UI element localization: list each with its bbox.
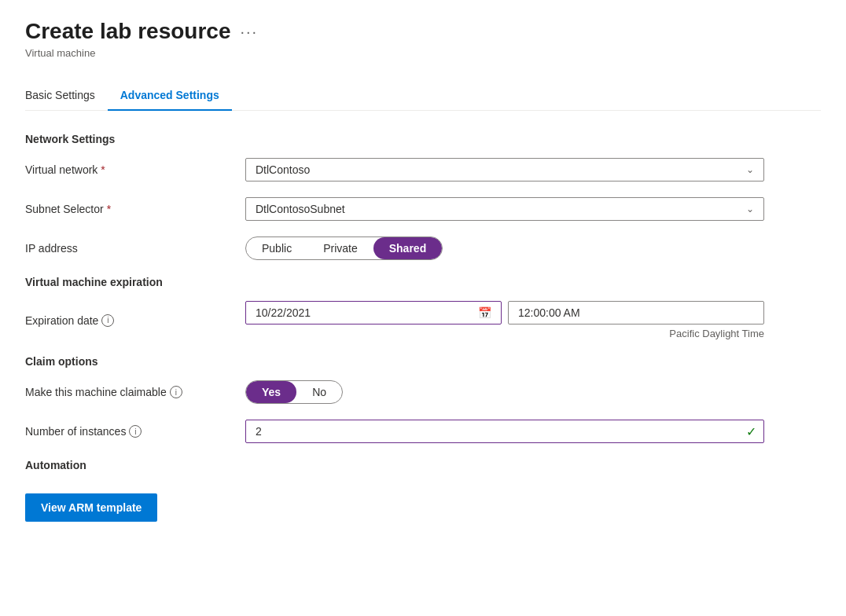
ip-address-label: IP address — [25, 242, 245, 255]
more-options-icon[interactable]: ··· — [240, 23, 258, 41]
content-area: Network Settings Virtual network * DtlCo… — [25, 133, 821, 522]
instances-label: Number of instances i — [25, 425, 245, 438]
network-settings-section: Network Settings Virtual network * DtlCo… — [25, 133, 821, 260]
expiration-time-input[interactable]: 12:00:00 AM — [508, 301, 764, 324]
tab-advanced[interactable]: Advanced Settings — [108, 81, 232, 111]
claimable-row: Make this machine claimable i Yes No — [25, 380, 821, 404]
subnet-selector-dropdown[interactable]: DtlContosoSubnet ⌄ — [245, 197, 764, 221]
instances-input-wrapper: ✓ — [245, 420, 764, 443]
page-subtitle: Virtual machine — [25, 47, 821, 59]
virtual-network-value: DtlContoso — [256, 163, 310, 176]
subnet-selector-label: Subnet Selector * — [25, 203, 245, 215]
claimable-info-icon[interactable]: i — [170, 386, 182, 398]
automation-section: Automation View ARM template — [25, 459, 821, 522]
virtual-network-control: DtlContoso ⌄ — [245, 158, 764, 182]
subnet-chevron-icon: ⌄ — [746, 204, 754, 214]
subnet-selector-control: DtlContosoSubnet ⌄ — [245, 197, 764, 221]
automation-title: Automation — [25, 459, 821, 471]
date-value: 10/22/2021 — [256, 306, 311, 319]
instances-check-icon: ✓ — [746, 424, 756, 439]
expiration-date-row: Expiration date i 10/22/2021 📅 12:00:00 … — [25, 301, 821, 339]
claimable-yes-option[interactable]: Yes — [246, 381, 296, 403]
claim-options-section: Claim options Make this machine claimabl… — [25, 355, 821, 443]
time-value: 12:00:00 AM — [518, 306, 580, 319]
page-title: Create lab resource — [25, 19, 230, 44]
expiration-title: Virtual machine expiration — [25, 276, 821, 288]
virtual-network-chevron-icon: ⌄ — [746, 164, 754, 175]
virtual-network-row: Virtual network * DtlContoso ⌄ — [25, 158, 821, 182]
tab-bar: Basic Settings Advanced Settings — [25, 81, 821, 111]
subnet-required-indicator: * — [107, 203, 111, 215]
claimable-label: Make this machine claimable i — [25, 386, 245, 398]
calendar-icon: 📅 — [478, 306, 491, 319]
instances-row: Number of instances i ✓ — [25, 420, 821, 443]
expiration-info-icon[interactable]: i — [101, 314, 114, 327]
ip-public-option[interactable]: Public — [246, 237, 307, 259]
claimable-no-option[interactable]: No — [296, 381, 342, 403]
network-settings-title: Network Settings — [25, 133, 821, 145]
virtual-network-label: Virtual network * — [25, 163, 245, 176]
expiration-date-control: 10/22/2021 📅 12:00:00 AM Pacific Dayligh… — [245, 301, 764, 339]
virtual-network-dropdown[interactable]: DtlContoso ⌄ — [245, 158, 764, 182]
instances-info-icon[interactable]: i — [129, 425, 142, 438]
timezone-label: Pacific Daylight Time — [245, 328, 764, 339]
claimable-control: Yes No — [245, 380, 764, 404]
expiration-date-label: Expiration date i — [25, 314, 245, 327]
subnet-selector-value: DtlContosoSubnet — [256, 203, 345, 215]
instances-input[interactable] — [245, 420, 764, 443]
expiration-section: Virtual machine expiration Expiration da… — [25, 276, 821, 339]
ip-shared-option[interactable]: Shared — [373, 237, 442, 259]
tab-basic[interactable]: Basic Settings — [25, 81, 108, 111]
claimable-toggle: Yes No — [245, 380, 343, 404]
ip-address-toggle: Public Private Shared — [245, 236, 443, 260]
subnet-selector-row: Subnet Selector * DtlContosoSubnet ⌄ — [25, 197, 821, 221]
date-time-row: 10/22/2021 📅 12:00:00 AM — [245, 301, 764, 324]
required-indicator: * — [101, 163, 105, 176]
ip-private-option[interactable]: Private — [307, 237, 373, 259]
claim-options-title: Claim options — [25, 355, 821, 368]
ip-address-row: IP address Public Private Shared — [25, 236, 821, 260]
instances-control: ✓ — [245, 420, 764, 443]
page-header: Create lab resource ··· Virtual machine — [25, 19, 821, 59]
expiration-date-input[interactable]: 10/22/2021 📅 — [245, 301, 502, 324]
ip-address-control: Public Private Shared — [245, 236, 764, 260]
view-arm-button[interactable]: View ARM template — [25, 493, 157, 522]
